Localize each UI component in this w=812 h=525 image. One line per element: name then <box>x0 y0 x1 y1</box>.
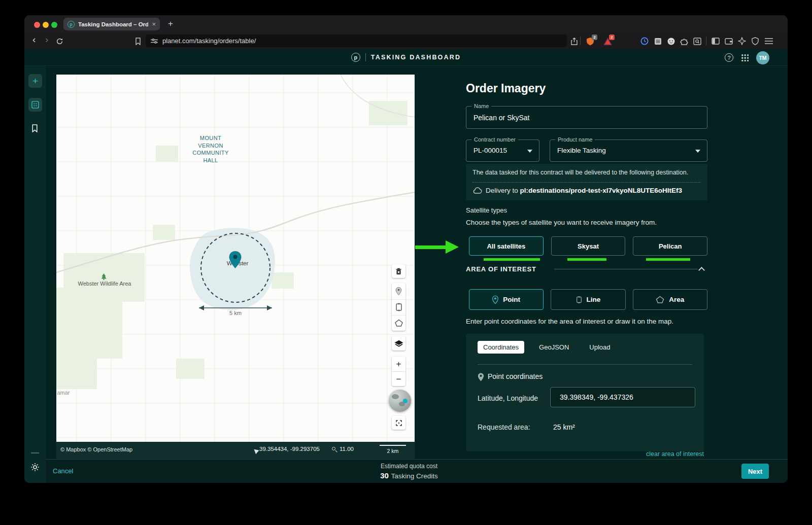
zoom-out-button[interactable]: − <box>392 371 405 386</box>
left-sidebar: + <box>24 66 46 483</box>
delete-aoi-button[interactable] <box>392 264 405 278</box>
cursor-coordinates: 39.354434, -99.293705 <box>259 446 320 452</box>
tab-close-icon[interactable]: × <box>152 21 156 27</box>
delivery-prefix: Delivery to <box>486 187 518 194</box>
site-controls-icon[interactable] <box>151 38 158 44</box>
extension-badge: 2 <box>592 34 597 40</box>
annotation-underline <box>567 258 606 261</box>
draw-polygon-tool[interactable] <box>392 315 405 331</box>
forward-button[interactable]: › <box>45 34 48 45</box>
back-button[interactable]: ‹ <box>32 34 36 45</box>
aoi-area-button[interactable]: Area <box>633 289 707 310</box>
tab-upload[interactable]: Upload <box>584 341 616 354</box>
reload-icon[interactable] <box>55 37 64 46</box>
line-tool-icon <box>576 296 582 304</box>
contract-number-select[interactable]: Contract number PL-000015 <box>466 139 539 162</box>
point-coordinates-title: Point coordinates <box>488 372 543 380</box>
clear-aoi-link[interactable]: clear area of interest <box>646 450 704 458</box>
window-minimize-button[interactable] <box>43 22 49 28</box>
aoi-hint: Enter point coordinates for the area of … <box>466 318 673 325</box>
bookmark-icon[interactable] <box>133 37 143 46</box>
new-tab-button[interactable]: + <box>168 19 173 29</box>
order-name-input[interactable] <box>466 107 707 128</box>
fullscreen-button[interactable] <box>392 416 405 430</box>
latlng-input[interactable] <box>551 388 695 407</box>
delivery-line: Delivery to pl:destinations/prod-test-xl… <box>486 187 682 194</box>
map-status-bar: © Mapbox © OpenStreetMap 39.354434, -99.… <box>56 442 415 459</box>
share-icon[interactable] <box>569 37 579 46</box>
window-close-button[interactable] <box>34 22 40 28</box>
aoi-area-label: Area <box>669 296 684 303</box>
point-pin-icon <box>492 296 498 304</box>
browser-tab[interactable]: p Tasking Dashboard – Orders × <box>63 18 160 30</box>
latlng-field[interactable] <box>550 387 695 407</box>
satellite-pelican-button[interactable]: Pelican <box>633 236 707 256</box>
map-scale-bar: 2 km <box>380 445 406 455</box>
zoom-level: 11.00 <box>340 446 354 452</box>
new-order-button[interactable]: + <box>28 74 42 88</box>
sidebar-divider <box>31 452 39 453</box>
clock-extension-icon[interactable] <box>640 37 649 46</box>
shield-extension-icon[interactable]: 2 <box>586 37 595 46</box>
sidebar-toggle-icon[interactable] <box>711 37 720 46</box>
help-icon[interactable]: ? <box>725 53 733 62</box>
product-value: Flexible Tasking <box>557 147 606 154</box>
order-name-field[interactable]: Name <box>466 106 707 129</box>
contract-value: PL-000015 <box>473 147 507 154</box>
url-bar[interactable]: planet.com/tasking/orders/table/ <box>146 34 567 47</box>
globe-basemap-button[interactable] <box>389 390 411 412</box>
map-wildlife-label: Webster Wildlife Area <box>72 281 138 287</box>
page-title: Order Imagery <box>466 82 546 95</box>
satellite-skysat-button[interactable]: Skysat <box>551 236 626 256</box>
wallet-icon[interactable] <box>724 37 733 46</box>
triangle-extension-icon[interactable]: 2 <box>603 37 612 46</box>
tab-coordinates[interactable]: Coordinates <box>478 341 524 354</box>
map-attribution[interactable]: © Mapbox © OpenStreetMap <box>60 446 132 452</box>
draw-point-tool[interactable] <box>392 284 405 299</box>
radius-measure-label: 5 km <box>225 310 246 316</box>
cancel-link[interactable]: Cancel <box>53 467 73 475</box>
app-header: p TASKING DASHBOARD ? TM <box>24 49 788 66</box>
settings-gear-icon[interactable] <box>30 463 40 472</box>
menu-hamburger-icon[interactable] <box>764 37 773 46</box>
dotted-divider <box>472 182 701 183</box>
chevron-down-icon <box>527 150 532 155</box>
globe-location-dot <box>403 399 408 403</box>
delivery-info-panel: The data tasked for this contract will b… <box>466 164 707 200</box>
saved-bookmark-icon[interactable] <box>31 124 38 132</box>
tab-geojson[interactable]: GeoJSON <box>533 341 574 354</box>
face-extension-icon[interactable] <box>666 37 675 46</box>
requested-area-label: Requested area: <box>478 423 530 431</box>
quota-unit: Tasking Credits <box>391 472 437 480</box>
annotation-underline <box>646 258 690 261</box>
collapse-chevron-up-icon[interactable] <box>698 267 705 273</box>
delivery-note: The data tasked for this contract will b… <box>472 169 702 176</box>
aoi-line-button[interactable]: Line <box>551 289 625 310</box>
draw-tools-group <box>392 283 405 331</box>
sparkle-icon[interactable] <box>737 37 747 46</box>
shield-privacy-icon[interactable] <box>751 37 760 46</box>
aoi-point-button[interactable]: Point <box>469 289 544 310</box>
orders-table-button[interactable] <box>28 98 42 112</box>
page-search-icon[interactable] <box>693 37 702 46</box>
annotation-underline <box>484 258 540 261</box>
zoom-controls: + − <box>392 357 405 386</box>
extensions-puzzle-icon[interactable] <box>680 37 689 46</box>
apps-grid-icon[interactable] <box>741 54 749 61</box>
map-edge-label: amar <box>56 390 74 396</box>
user-avatar[interactable]: TM <box>756 51 769 64</box>
satellite-all-button[interactable]: All satellites <box>469 236 544 256</box>
next-button[interactable]: Next <box>741 464 769 479</box>
product-label: Product name <box>555 136 595 143</box>
polygon-tool-icon <box>656 296 664 303</box>
cursor-location-icon <box>250 446 259 454</box>
map-canvas[interactable]: MOUNT VERNON COMMUNITY HALL Webster Wild… <box>56 75 415 442</box>
draw-rectangle-tool[interactable] <box>392 299 405 315</box>
layers-button[interactable] <box>392 336 405 351</box>
zoom-in-button[interactable]: + <box>392 357 405 371</box>
list-extension-icon[interactable] <box>653 37 662 46</box>
window-zoom-button[interactable] <box>51 22 57 28</box>
aoi-point-marker[interactable] <box>228 251 242 269</box>
map-scale-label: 2 km <box>387 448 399 454</box>
product-name-select[interactable]: Product name Flexible Tasking <box>550 139 707 162</box>
